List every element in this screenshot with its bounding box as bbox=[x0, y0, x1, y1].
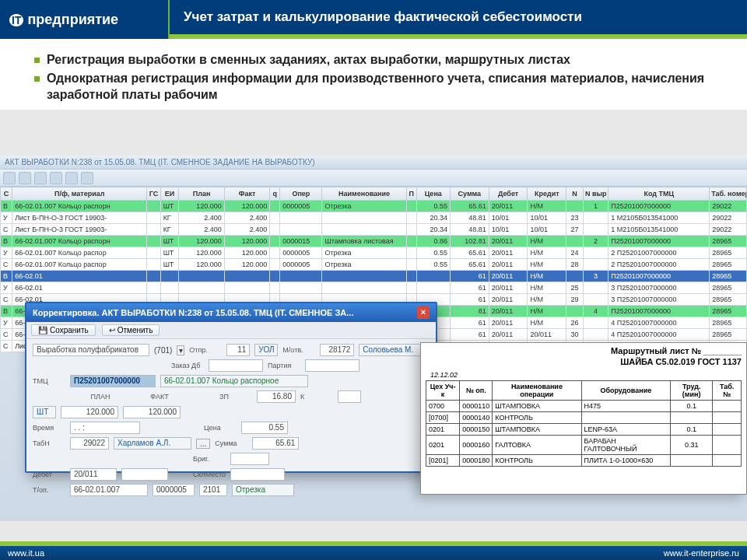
route-row: [0700]0000140КОНТРОЛЬ bbox=[426, 412, 742, 424]
table-row[interactable]: СЛист Б-ПН-О-3 ГОСТ 19903-КГ2.4002.40020… bbox=[1, 224, 747, 236]
grid-header[interactable]: Сумма bbox=[450, 187, 489, 201]
grid-header[interactable]: Цена bbox=[416, 187, 450, 201]
grid-header[interactable]: Кредит bbox=[528, 187, 566, 201]
content: Регистрация выработки в сменных заданиях… bbox=[0, 39, 747, 110]
grid-header[interactable]: ЕИ bbox=[160, 187, 179, 201]
route-title: Маршрутный лист № ________ bbox=[426, 346, 742, 355]
cancel-button[interactable]: ↩ Отменить bbox=[102, 324, 160, 336]
footer-left: www.it.ua bbox=[8, 548, 44, 558]
toolbar[interactable] bbox=[0, 170, 747, 187]
toolbar-button[interactable] bbox=[34, 172, 47, 184]
route-row: [0201]0000180КОНТРОЛЬПЛИТА 1-0-1000×630 bbox=[426, 455, 742, 467]
toolbar-button[interactable] bbox=[19, 172, 31, 184]
grid-header[interactable]: N выр bbox=[583, 187, 608, 201]
vyrab-field[interactable]: Выработка полуфабрикатов bbox=[33, 344, 149, 356]
table-row[interactable]: У66-02.01.007 Кольцо распорШТ120.000120.… bbox=[1, 247, 747, 259]
toolbar-button[interactable] bbox=[3, 172, 16, 184]
grid-header[interactable]: П bbox=[406, 187, 416, 201]
zakaz-field[interactable] bbox=[209, 359, 263, 372]
tabn-field[interactable]: 29022 bbox=[70, 437, 109, 450]
table-row[interactable]: В66-02.01.007 Кольцо распорнШТ120.000120… bbox=[1, 201, 747, 212]
grid-header[interactable]: Дебет bbox=[489, 187, 528, 201]
toolbar-button[interactable] bbox=[50, 172, 62, 184]
sklmesto-field[interactable] bbox=[230, 468, 285, 481]
fact-field[interactable]: 120.000 bbox=[123, 406, 181, 418]
top-field[interactable]: 66-02.01.007 bbox=[70, 484, 148, 496]
grid-header[interactable]: Факт bbox=[224, 187, 269, 201]
dropdown-icon[interactable]: ▾ bbox=[177, 345, 184, 355]
grid-header[interactable]: ГС bbox=[147, 187, 160, 201]
grid-header[interactable]: Таб. номер bbox=[710, 187, 747, 201]
grid-header[interactable]: Наименование bbox=[322, 187, 406, 201]
dialog-body: Выработка полуфабрикатов (701) ▾ Отпр. 1… bbox=[26, 339, 436, 504]
grid-header[interactable]: План bbox=[179, 187, 224, 201]
dialog-toolbar: 💾 Сохранить ↩ Отменить bbox=[26, 322, 436, 339]
brig-field[interactable] bbox=[230, 453, 269, 465]
table-row[interactable]: УЛист Б-ПН-О-3 ГОСТ 19903-КГ2.4002.40020… bbox=[1, 212, 747, 224]
otpr-field[interactable]: 11 bbox=[226, 344, 250, 356]
logo: ІТ предприятие bbox=[0, 0, 170, 39]
table-row[interactable]: У66-02.016120/011Н/М253 П252010070000002… bbox=[1, 282, 747, 294]
grid-header[interactable]: П/ф, материал bbox=[12, 187, 147, 201]
grid-header[interactable]: q bbox=[270, 187, 280, 201]
bullet-1: Регистрация выработки в сменных заданиях… bbox=[34, 51, 725, 68]
grid-header[interactable]: Опер bbox=[280, 187, 322, 201]
grid-header[interactable]: Код ТМЦ bbox=[608, 187, 710, 201]
grid-header[interactable]: N bbox=[566, 187, 584, 201]
route-subtitle: ШАЙБА С5.02.019 ГОСТ 1137 bbox=[426, 357, 742, 366]
route-row: 07000000110ШТАМПОВКАН4750.1 bbox=[426, 401, 742, 412]
zp-field[interactable]: 16.80 bbox=[257, 390, 296, 403]
dialog-titlebar[interactable]: Корректировка. АКТ ВЫРАБОТКИ N:238 от 15… bbox=[26, 303, 436, 322]
footer-right: www.it-enterprise.ru bbox=[664, 548, 739, 558]
header: ІТ предприятие Учет затрат и калькулиров… bbox=[0, 0, 747, 39]
lookup-button[interactable]: ... bbox=[196, 439, 210, 449]
table-row[interactable]: С66-02.01.007 Кольцо распорШТ120.000120.… bbox=[1, 259, 747, 271]
summa-field[interactable]: 65.61 bbox=[252, 437, 299, 450]
logo-mark: ІТ bbox=[9, 14, 23, 26]
route-row: 02010000150ШТАМПОВКАLENP-63А0.1 bbox=[426, 424, 742, 436]
tmc-code[interactable]: П25201007000000 bbox=[70, 375, 156, 387]
footer: www.it.ua www.it-enterprise.ru bbox=[0, 541, 747, 560]
table-row[interactable]: В66-02.01.007 Кольцо распорнШТ120.000120… bbox=[1, 236, 747, 247]
logo-word: предприятие bbox=[27, 12, 118, 27]
route-table: Цех Уч-к№ оп.Наименование операцииОборуд… bbox=[426, 380, 742, 467]
table-row[interactable]: В66-02.016120/011Н/М3П252010070000002896… bbox=[1, 271, 747, 282]
partiya-field[interactable] bbox=[305, 359, 359, 372]
vremya-field[interactable]: . . : bbox=[70, 422, 140, 434]
save-button[interactable]: 💾 Сохранить bbox=[31, 324, 96, 336]
motv-field[interactable]: 28172 bbox=[320, 344, 354, 356]
bullet-2: Однократная регистрация информации для п… bbox=[34, 70, 725, 103]
toolbar-button[interactable] bbox=[65, 172, 78, 184]
edit-dialog: Корректировка. АКТ ВЫРАБОТКИ N:238 от 15… bbox=[25, 302, 437, 473]
close-icon[interactable]: × bbox=[417, 306, 430, 319]
k-field[interactable] bbox=[338, 390, 361, 403]
route-row: 02010000160ГАЛТОВКАБАРАБАН ГАЛТОВОЧНЫЙ0.… bbox=[426, 436, 742, 455]
debet-field[interactable]: 20/011 bbox=[70, 468, 117, 481]
plan-field[interactable]: 120.000 bbox=[61, 406, 118, 418]
dialog-title: Корректировка. АКТ ВЫРАБОТКИ N:238 от 15… bbox=[33, 308, 353, 317]
slide-title: Учет затрат и калькулирование фактическо… bbox=[170, 0, 747, 39]
route-sheet: Маршрутный лист № ________ ШАЙБА С5.02.0… bbox=[420, 342, 747, 495]
toolbar-button[interactable] bbox=[81, 172, 93, 184]
window-title: АКТ ВЫРАБОТКИ N:238 от 15.05.08. ТМЦ (IT… bbox=[0, 156, 747, 170]
cena-field[interactable]: 0.55 bbox=[241, 422, 288, 434]
grid-header[interactable]: С bbox=[1, 187, 12, 201]
app-window: АКТ ВЫРАБОТКИ N:238 от 15.05.08. ТМЦ (IT… bbox=[0, 156, 747, 521]
route-date: 12.12.02 bbox=[430, 371, 742, 379]
